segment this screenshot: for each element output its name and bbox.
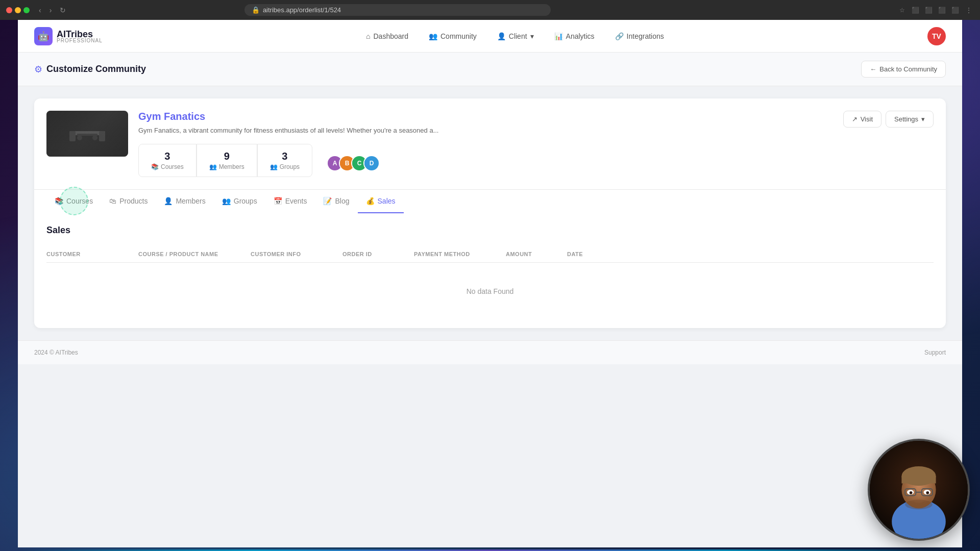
tab-groups[interactable]: 👥 Groups	[214, 190, 265, 213]
table-header: CUSTOMER COURSE / PRODUCT NAME CUSTOMER …	[46, 246, 934, 263]
tab-courses[interactable]: 📚 Courses	[46, 190, 101, 213]
visit-button[interactable]: ↗ Visit	[843, 111, 881, 128]
sales-title: Sales	[46, 225, 934, 236]
th-date: DATE	[567, 251, 628, 257]
extension-icon-1[interactable]: ⬛	[911, 5, 921, 15]
dot-red	[6, 7, 12, 13]
top-nav: 🤖 AITribes PROFESSIONAL ⌂ Dashboard 👥 Co…	[18, 20, 962, 53]
nav-community[interactable]: 👥 Community	[421, 28, 485, 44]
customize-icon: ⚙	[34, 64, 42, 75]
extension-icon-2[interactable]: ⬛	[924, 5, 934, 15]
th-order-id: ORDER ID	[342, 251, 414, 257]
community-stats: 3 📚 Courses 9 👥 Members	[138, 144, 312, 177]
back-arrow-icon: ←	[870, 65, 876, 73]
sub-header-left: ⚙ Customize Community	[34, 64, 146, 75]
nav-links: ⌂ Dashboard 👥 Community 👤 Client ▾ 📊 Ana…	[358, 28, 672, 44]
community-card: Gym Fanatics Gym Fanatics, a vibrant com…	[34, 98, 946, 328]
svg-point-16	[910, 491, 913, 494]
th-payment-method: PAYMENT METHOD	[414, 251, 506, 257]
th-course-product: COURSE / PRODUCT NAME	[138, 251, 251, 257]
svg-point-17	[926, 491, 929, 494]
stat-members: 9 👥 Members	[197, 144, 257, 177]
user-avatar[interactable]: TV	[927, 27, 946, 45]
community-actions: ↗ Visit Settings ▾	[843, 111, 934, 128]
back-to-community-button[interactable]: ← Back to Community	[861, 61, 946, 78]
no-data-label: No data Found	[46, 267, 934, 316]
svg-rect-10	[901, 476, 936, 483]
webcam-overlay	[868, 439, 970, 541]
sales-table: CUSTOMER COURSE / PRODUCT NAME CUSTOMER …	[46, 246, 934, 316]
app-container: 🤖 AITribes PROFESSIONAL ⌂ Dashboard 👥 Co…	[18, 20, 962, 547]
logo-area: 🤖 AITribes PROFESSIONAL	[34, 27, 103, 45]
logo-text-area: AITribes PROFESSIONAL	[57, 29, 103, 43]
lock-icon: 🔒	[252, 6, 260, 14]
logo-icon: 🤖	[34, 27, 53, 45]
products-tab-icon: 🛍	[109, 197, 116, 205]
dot-green	[23, 7, 30, 13]
address-bar[interactable]: 🔒 aitribes.app/orderlist/1/524	[244, 4, 551, 16]
menu-icon[interactable]: ⋮	[964, 5, 974, 15]
member-avatar-4: D	[363, 155, 380, 171]
star-icon[interactable]: ☆	[897, 5, 908, 15]
stat-courses: 3 📚 Courses	[138, 144, 197, 177]
tabs-bar: 📚 Courses 🛍 Products 👤 Members 👥 Groups …	[34, 189, 946, 213]
url-text: aitribes.app/orderlist/1/524	[263, 6, 341, 14]
client-chevron-icon: ▾	[530, 32, 534, 40]
nav-dashboard[interactable]: ⌂ Dashboard	[358, 28, 416, 44]
community-top: Gym Fanatics Gym Fanatics, a vibrant com…	[34, 98, 946, 189]
nav-integrations[interactable]: 🔗 Integrations	[607, 28, 672, 44]
th-customer-info: CUSTOMER INFO	[251, 251, 342, 257]
svg-point-18	[905, 499, 933, 509]
integrations-icon: 🔗	[615, 32, 624, 40]
sales-tab-icon: 💰	[366, 197, 375, 205]
extension-icon-4[interactable]: ⬛	[950, 5, 961, 15]
analytics-icon: 📊	[554, 32, 563, 40]
tab-events[interactable]: 📅 Events	[265, 190, 315, 213]
webcam-inner	[870, 441, 968, 539]
nav-analytics[interactable]: 📊 Analytics	[546, 28, 603, 44]
browser-nav-buttons[interactable]: ‹ › ↻	[36, 5, 69, 15]
groups-stat-icon: 👥	[270, 163, 278, 170]
svg-rect-1	[69, 131, 76, 141]
tab-blog[interactable]: 📝 Blog	[315, 190, 357, 213]
svg-point-4	[77, 135, 82, 140]
client-icon: 👤	[497, 32, 506, 40]
community-name: Gym Fanatics	[138, 111, 833, 122]
home-icon: ⌂	[366, 32, 370, 40]
sub-header: ⚙ Customize Community ← Back to Communit…	[18, 53, 962, 86]
person-silhouette	[870, 441, 968, 539]
tab-products[interactable]: 🛍 Products	[101, 190, 156, 213]
community-image	[46, 111, 128, 157]
tab-members[interactable]: 👤 Members	[156, 190, 213, 213]
courses-tab-icon: 📚	[55, 197, 63, 205]
visit-icon: ↗	[852, 115, 857, 123]
tab-sales[interactable]: 💰 Sales	[358, 190, 404, 213]
forward-browser-btn[interactable]: ›	[46, 5, 55, 15]
svg-point-5	[92, 135, 97, 140]
members-stat-icon: 👥	[209, 163, 217, 170]
community-description: Gym Fanatics, a vibrant community for fi…	[138, 126, 833, 136]
community-settings-button[interactable]: Settings ▾	[886, 111, 934, 128]
courses-icon: 📚	[151, 163, 159, 170]
community-nav-icon: 👥	[429, 32, 437, 40]
member-avatars: A B C D	[327, 155, 380, 171]
main-content: Gym Fanatics Gym Fanatics, a vibrant com…	[18, 86, 962, 340]
back-browser-btn[interactable]: ‹	[36, 5, 44, 15]
browser-dots	[6, 7, 30, 13]
support-link[interactable]: Support	[924, 349, 946, 356]
groups-tab-icon: 👥	[222, 197, 231, 205]
settings-chevron-icon: ▾	[921, 115, 925, 123]
browser-chrome: ‹ › ↻ 🔒 aitribes.app/orderlist/1/524 ☆ ⬛…	[0, 0, 980, 20]
blog-tab-icon: 📝	[323, 197, 332, 205]
nav-client[interactable]: 👤 Client ▾	[489, 28, 542, 44]
refresh-browser-btn[interactable]: ↻	[57, 5, 69, 15]
stat-groups: 3 👥 Groups	[257, 144, 312, 177]
extension-icon-3[interactable]: ⬛	[937, 5, 947, 15]
th-customer: CUSTOMER	[46, 251, 138, 257]
footer-copyright: 2024 © AITribes	[34, 349, 78, 356]
logo-subtitle: PROFESSIONAL	[57, 38, 103, 43]
sub-header-title: Customize Community	[46, 64, 146, 74]
sales-content: Sales CUSTOMER COURSE / PRODUCT NAME CUS…	[34, 213, 946, 328]
members-tab-icon: 👤	[164, 197, 173, 205]
th-amount: AMOUNT	[506, 251, 567, 257]
